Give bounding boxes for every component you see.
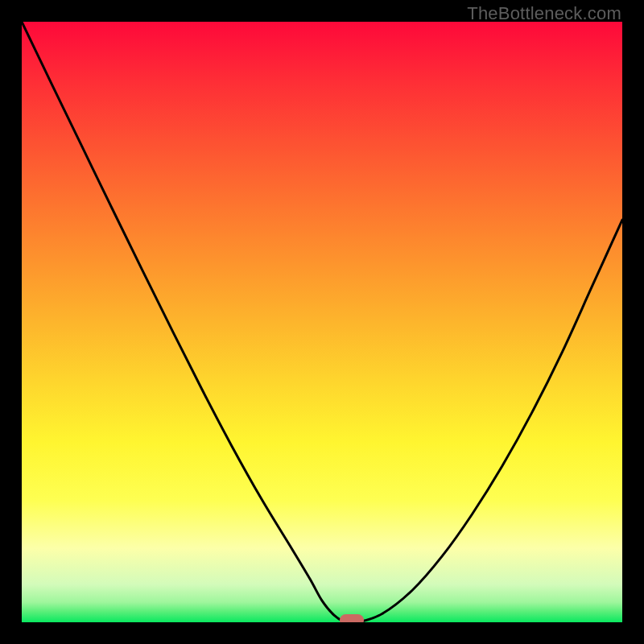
plot-area [22,22,622,622]
chart-container: TheBottleneck.com [0,0,644,644]
gradient-background [22,22,622,622]
bottleneck-chart [22,22,622,622]
optimal-point-marker [340,614,364,622]
